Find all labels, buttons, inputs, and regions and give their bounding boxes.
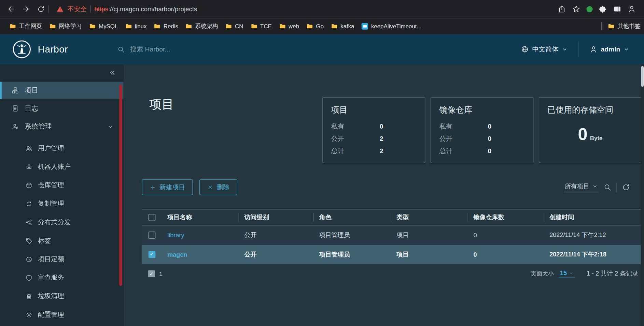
sidebar-item-interrogation-services[interactable]: 审查服务 bbox=[0, 269, 123, 287]
harbor-logo[interactable]: Harbor bbox=[12, 40, 117, 59]
stat-label: 总计 bbox=[439, 145, 488, 157]
window-scrollbar[interactable] bbox=[641, 64, 644, 326]
refresh-button[interactable] bbox=[34, 2, 48, 16]
bookmark-label: 工作网页 bbox=[19, 23, 42, 30]
search-icon bbox=[117, 45, 125, 53]
share-icon bbox=[558, 5, 566, 13]
sidebar-collapse-button[interactable] bbox=[109, 69, 116, 76]
page-size-select[interactable]: 15 bbox=[559, 269, 575, 278]
projects-summary-card: 项目 私有0 公开2 总计2 bbox=[322, 97, 425, 163]
table-row[interactable]: library 公开 项目管理员 项目 0 2022/11/14 下午2:12 bbox=[142, 225, 642, 244]
sidebar-item-configuration[interactable]: 配置管理 bbox=[0, 306, 123, 324]
chevron-down-icon bbox=[592, 183, 598, 189]
storage-value: 0 bbox=[578, 124, 587, 144]
bookmark-item[interactable]: CN bbox=[222, 22, 247, 31]
bookmark-item[interactable]: keepAliveTimeout... bbox=[358, 22, 425, 31]
url-protocol: https bbox=[94, 5, 108, 12]
type-cell: 项目 bbox=[391, 231, 467, 239]
bookmark-other-folder[interactable]: 其他书签 bbox=[604, 21, 644, 31]
column-header[interactable]: 访问级别 bbox=[239, 209, 313, 225]
extension-badge-icon[interactable] bbox=[587, 6, 593, 12]
filter-label: 所有项目 bbox=[565, 182, 589, 190]
global-search-input[interactable] bbox=[129, 45, 254, 53]
column-header[interactable]: 角色 bbox=[313, 209, 391, 225]
row-checkbox[interactable] bbox=[148, 232, 155, 238]
forward-button[interactable] bbox=[19, 2, 33, 16]
security-label[interactable]: 不安全 bbox=[68, 5, 87, 13]
url-text[interactable]: https://cj.magcn.com/harbor/projects bbox=[94, 5, 197, 13]
project-link[interactable]: magcn bbox=[167, 251, 187, 257]
sidebar-item-projects[interactable]: 项目 bbox=[0, 82, 123, 99]
table-search-button[interactable] bbox=[603, 183, 612, 191]
bookmark-item[interactable]: 网络学习 bbox=[46, 21, 86, 31]
side-panel-button[interactable] bbox=[613, 5, 621, 13]
folder-icon bbox=[307, 23, 313, 29]
bookmark-label: keepAliveTimeout... bbox=[371, 23, 421, 29]
delete-button[interactable]: 删除 bbox=[199, 179, 237, 195]
bookmark-item[interactable]: 工作网页 bbox=[6, 21, 46, 31]
bookmark-item[interactable]: linux bbox=[122, 22, 150, 31]
browser-toolbar: 不安全 https://cj.magcn.com/harbor/projects bbox=[0, 0, 644, 18]
sidebar-item-administration[interactable]: 系统管理 bbox=[0, 118, 123, 135]
sidebar-item-registries[interactable]: 仓库管理 bbox=[0, 176, 123, 195]
bookmark-item[interactable]: web bbox=[275, 22, 303, 31]
sidebar-item-replications[interactable]: 复制管理 bbox=[0, 195, 123, 213]
bookmark-item[interactable]: Go bbox=[303, 22, 327, 31]
address-bar[interactable]: 不安全 https://cj.magcn.com/harbor/projects bbox=[56, 5, 197, 13]
folder-icon bbox=[154, 23, 160, 29]
username: admin bbox=[601, 46, 620, 53]
language-selector[interactable]: 中文简体 bbox=[521, 45, 568, 54]
sidebar-scrollbar-thumb[interactable] bbox=[119, 85, 122, 286]
sidebar-item-logs[interactable]: 日志 bbox=[0, 100, 123, 117]
extensions-button[interactable] bbox=[599, 5, 607, 13]
project-filter-dropdown[interactable]: 所有项目 bbox=[564, 182, 598, 192]
url-divider bbox=[90, 5, 90, 13]
project-link[interactable]: library bbox=[167, 232, 184, 238]
harbor-header: Harbor 中文简体 admin bbox=[0, 34, 644, 64]
sidebar-item-project-quotas[interactable]: 项目定额 bbox=[0, 250, 123, 269]
share-button[interactable] bbox=[558, 5, 566, 13]
table-row[interactable]: magcn 公开 项目管理员 项目 0 2022/11/14 下午2:18 bbox=[142, 244, 642, 264]
footer-selected-checkbox[interactable] bbox=[148, 270, 155, 277]
bookmark-item[interactable]: Redis bbox=[150, 22, 182, 31]
column-header[interactable]: 镜像仓库数 bbox=[468, 209, 544, 225]
bookmark-item[interactable]: kafka bbox=[327, 22, 358, 31]
side-panel-icon bbox=[613, 5, 621, 13]
bookmark-item[interactable]: TCE bbox=[247, 22, 275, 31]
sidebar-item-labels[interactable]: 标签 bbox=[0, 232, 123, 250]
stat-row: 总计2 bbox=[331, 145, 417, 157]
language-label: 中文简体 bbox=[532, 45, 558, 54]
type-cell: 项目 bbox=[391, 250, 467, 258]
new-project-button[interactable]: 新建项目 bbox=[142, 179, 193, 195]
sidebar-item-users[interactable]: 用户管理 bbox=[0, 139, 123, 158]
column-header[interactable]: 创建时间 bbox=[544, 209, 642, 225]
sidebar-item-robot-accounts[interactable]: 机器人账户 bbox=[0, 158, 123, 176]
bookmark-item[interactable]: MySQL bbox=[86, 22, 122, 31]
back-button[interactable] bbox=[4, 2, 18, 16]
sidebar-item-label: 复制管理 bbox=[38, 199, 64, 208]
sidebar-item-distribution[interactable]: 分布式分发 bbox=[0, 213, 123, 232]
x-icon bbox=[207, 184, 213, 190]
sidebar-item-garbage-collection[interactable]: 垃圾清理 bbox=[0, 287, 123, 306]
window-scrollbar-thumb[interactable] bbox=[641, 66, 644, 87]
table-refresh-button[interactable] bbox=[622, 183, 630, 191]
bookmark-item[interactable]: 系统架构 bbox=[182, 21, 222, 31]
user-icon bbox=[589, 45, 598, 53]
user-menu[interactable]: admin bbox=[589, 45, 644, 53]
selected-count: 1 bbox=[159, 270, 162, 277]
bookmark-star-button[interactable] bbox=[572, 5, 580, 13]
select-all-checkbox[interactable] bbox=[148, 214, 155, 221]
double-chevron-left-icon bbox=[109, 69, 116, 76]
sidebar-item-label: 仓库管理 bbox=[38, 181, 64, 190]
column-header[interactable]: 类型 bbox=[391, 209, 467, 225]
profile-button[interactable] bbox=[628, 5, 636, 13]
replication-icon bbox=[26, 201, 32, 207]
record-range: 1 - 2 共计 2 条记录 bbox=[587, 270, 639, 278]
sidebar-item-label: 配置管理 bbox=[38, 311, 64, 319]
row-checkbox[interactable] bbox=[148, 251, 155, 257]
created-cell: 2022/11/14 下午2:12 bbox=[544, 231, 642, 239]
column-header[interactable]: 项目名称 bbox=[162, 209, 238, 225]
stat-label: 私有 bbox=[331, 120, 380, 133]
button-label: 删除 bbox=[217, 183, 229, 192]
folder-icon bbox=[125, 23, 132, 29]
